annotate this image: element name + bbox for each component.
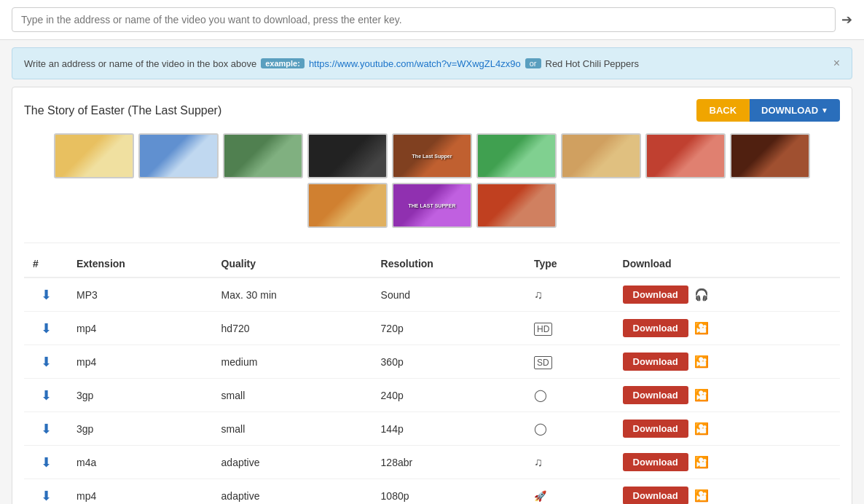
download-button[interactable]: Download xyxy=(623,386,688,404)
row-type: 🚀 xyxy=(525,479,614,505)
row-type: HD xyxy=(525,312,614,345)
media-type-icon: 🎦 xyxy=(694,321,709,335)
download-button[interactable]: Download xyxy=(623,487,688,504)
downloads-table: # Extension Quality Resolution Type Down… xyxy=(24,251,840,504)
back-button[interactable]: BACK xyxy=(696,99,750,122)
type-icon: 🚀 xyxy=(534,489,546,502)
row-download-cell: Download 🎦 xyxy=(614,412,840,446)
row-num: ⬇ xyxy=(24,312,68,345)
example-badge: example: xyxy=(261,58,305,68)
download-cell-container: Download 🎧 xyxy=(623,286,831,304)
media-type-icon: 🎧 xyxy=(694,288,709,302)
or-badge: or xyxy=(525,58,541,68)
row-download-indicator-icon: ⬇ xyxy=(41,355,52,369)
table-row: ⬇mp4medium360pSD Download 🎦 xyxy=(24,345,840,379)
thumbnail-2[interactable] xyxy=(138,133,219,178)
thumbnail-1[interactable] xyxy=(54,133,134,178)
info-close-button[interactable]: × xyxy=(833,57,840,70)
table-row: ⬇m4aadaptive128abr♫ Download 🎦 xyxy=(24,446,840,479)
row-extension: 3gp xyxy=(68,412,213,446)
download-button[interactable]: Download xyxy=(623,286,688,304)
info-bar: Write an address or name of the video in… xyxy=(12,47,852,79)
row-extension: mp4 xyxy=(68,479,213,505)
table-header-row: # Extension Quality Resolution Type Down… xyxy=(24,251,840,277)
search-go-button[interactable]: ➔ xyxy=(841,12,852,28)
type-icon: ◯ xyxy=(534,422,547,435)
thumbnail-6[interactable] xyxy=(476,133,557,178)
thumbnail-5[interactable]: The Last Supper xyxy=(392,133,472,178)
download-cell-container: Download 🎦 xyxy=(623,453,831,471)
table-divider xyxy=(24,243,840,243)
thumbnail-9[interactable] xyxy=(730,133,810,178)
row-extension: mp4 xyxy=(68,312,213,345)
download-button[interactable]: Download xyxy=(623,420,688,438)
download-cell-container: Download 🎦 xyxy=(623,386,831,404)
row-extension: mp4 xyxy=(68,345,213,379)
row-num: ⬇ xyxy=(24,379,68,412)
row-download-cell: Download 🎦 xyxy=(614,479,840,505)
download-cell-container: Download 🎦 xyxy=(623,353,831,371)
row-download-cell: Download 🎦 xyxy=(614,446,840,479)
media-type-icon: 🎦 xyxy=(694,422,709,436)
caret-icon: ▼ xyxy=(821,106,828,114)
row-download-indicator-icon: ⬇ xyxy=(41,489,52,503)
row-resolution: 144p xyxy=(372,412,525,446)
video-title: The Story of Easter (The Last Supper) xyxy=(24,104,221,117)
thumbnail-7[interactable] xyxy=(561,133,641,178)
thumbnail-11[interactable]: THE LAST SUPPER xyxy=(392,183,472,228)
col-header-num: # xyxy=(24,251,68,277)
media-type-icon: 🎦 xyxy=(694,355,709,369)
row-quality: small xyxy=(213,412,372,446)
thumbnail-4[interactable] xyxy=(307,133,388,178)
row-type: ♫ xyxy=(525,277,614,312)
table-row: ⬇3gpsmall240p◯ Download 🎦 xyxy=(24,379,840,412)
table-row: ⬇mp4hd720720pHD Download 🎦 xyxy=(24,312,840,345)
content-area: The Story of Easter (The Last Supper) BA… xyxy=(12,87,852,504)
row-download-cell: Download 🎦 xyxy=(614,312,840,345)
row-type: ◯ xyxy=(525,412,614,446)
example-name: Red Hot Chili Peppers xyxy=(546,58,640,69)
download-button[interactable]: Download xyxy=(623,319,688,337)
row-resolution: 240p xyxy=(372,379,525,412)
download-button[interactable]: Download xyxy=(623,353,688,371)
row-type: SD xyxy=(525,345,614,379)
row-type: ♫ xyxy=(525,446,614,479)
action-buttons: BACK DOWNLOAD ▼ xyxy=(696,99,840,122)
row-download-cell: Download 🎧 xyxy=(614,277,840,312)
download-cell-container: Download 🎦 xyxy=(623,319,831,337)
table-row: ⬇3gpsmall144p◯ Download 🎦 xyxy=(24,412,840,446)
main-download-button[interactable]: DOWNLOAD ▼ xyxy=(750,99,840,122)
row-type: ◯ xyxy=(525,379,614,412)
row-download-indicator-icon: ⬇ xyxy=(41,455,52,470)
download-button[interactable]: Download xyxy=(623,453,688,471)
table-row: ⬇mp4adaptive1080p🚀 Download 🎦 xyxy=(24,479,840,505)
thumbnail-10[interactable] xyxy=(307,183,388,228)
row-resolution: Sound xyxy=(372,277,525,312)
media-type-icon: 🎦 xyxy=(694,455,709,469)
row-num: ⬇ xyxy=(24,446,68,479)
type-icon: ◯ xyxy=(534,389,547,401)
search-input[interactable] xyxy=(12,7,836,32)
row-download-indicator-icon: ⬇ xyxy=(41,388,52,403)
type-icon: HD xyxy=(534,322,552,334)
thumbnail-3[interactable] xyxy=(223,133,303,178)
row-quality: Max. 30 min xyxy=(213,277,372,312)
row-num: ⬇ xyxy=(24,412,68,446)
row-num: ⬇ xyxy=(24,479,68,505)
thumbnail-8[interactable] xyxy=(645,133,726,178)
row-download-cell: Download 🎦 xyxy=(614,379,840,412)
row-extension: MP3 xyxy=(68,277,213,312)
row-num: ⬇ xyxy=(24,345,68,379)
col-header-quality: Quality xyxy=(213,251,372,277)
media-type-icon: 🎦 xyxy=(694,388,709,402)
thumbnail-12[interactable] xyxy=(476,183,557,228)
media-type-icon: 🎦 xyxy=(694,489,709,503)
col-header-resolution: Resolution xyxy=(372,251,525,277)
example-url-link[interactable]: https://www.youtube.com/watch?v=WXwgZL4z… xyxy=(309,58,521,69)
row-download-cell: Download 🎦 xyxy=(614,345,840,379)
row-resolution: 128abr xyxy=(372,446,525,479)
type-icon: ♫ xyxy=(534,288,543,301)
row-quality: hd720 xyxy=(213,312,372,345)
row-quality: adaptive xyxy=(213,446,372,479)
row-quality: medium xyxy=(213,345,372,379)
